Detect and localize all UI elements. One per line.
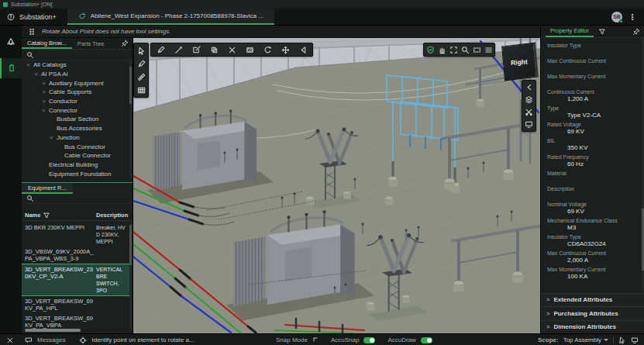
catalog-tree-item[interactable]: Electrical Building <box>22 160 130 170</box>
equipment-row[interactable]: 3D_VERT_BREAKSW_230KV_CP_V2-A VERTICAL B… <box>22 264 130 296</box>
move-icon[interactable] <box>277 44 294 55</box>
tab-catalog-browser[interactable]: Catalog Brow... <box>22 38 72 49</box>
window-icon[interactable] <box>471 44 482 55</box>
property-value[interactable] <box>567 80 639 87</box>
pattern-icon[interactable] <box>241 44 258 55</box>
delete-icon[interactable] <box>223 44 240 55</box>
catalog-search-input[interactable] <box>37 50 133 60</box>
pin-icon[interactable] <box>632 28 644 36</box>
select-icon[interactable] <box>135 44 147 57</box>
pan-icon[interactable] <box>436 44 447 55</box>
catalog-tree-item[interactable]: Auxiliary Equipment <box>22 78 130 88</box>
avatar[interactable]: SB <box>611 12 622 22</box>
catalog-tree-item[interactable]: Equipment Foundation <box>22 169 130 178</box>
catalog-tree-item[interactable]: AI PSA AI <box>22 70 130 79</box>
accudraw-toggle[interactable] <box>421 337 432 343</box>
property-value[interactable]: M3 <box>567 224 639 232</box>
mirror-icon[interactable] <box>294 44 312 55</box>
copy-icon[interactable] <box>205 44 222 55</box>
catalog-search <box>22 50 133 60</box>
tab-filter[interactable] <box>594 26 611 37</box>
equipment-row[interactable]: 3D_VBSW_69KV_2000A_PA_VBPA_WBS_3-9 <box>22 247 130 264</box>
tab-property-editor[interactable]: Property Editor <box>546 26 594 37</box>
rail-sync-icon[interactable] <box>0 32 22 52</box>
tree-scrollbar[interactable] <box>129 60 132 179</box>
sync-doc-icon <box>78 12 86 20</box>
property-value[interactable]: 60 Hz <box>567 160 639 168</box>
property-value[interactable] <box>567 192 639 199</box>
property-value[interactable]: 69 KV <box>567 208 639 216</box>
document-tab[interactable]: Abilene_West Expansion - Phase 2-1757008… <box>67 9 274 25</box>
layers-icon[interactable] <box>523 94 535 105</box>
zoom-icon[interactable] <box>460 44 470 55</box>
tool-close-icon[interactable] <box>6 336 14 344</box>
rail-device-icon[interactable] <box>0 58 22 78</box>
info-icon[interactable] <box>7 13 15 21</box>
grip-icon[interactable] <box>28 28 36 36</box>
modify-icon[interactable] <box>188 44 205 55</box>
equipment-search-input[interactable] <box>37 194 133 203</box>
pencil-icon[interactable] <box>135 57 147 70</box>
property-value[interactable]: 2,000 A <box>567 257 639 264</box>
line-icon[interactable] <box>170 44 187 55</box>
property-value[interactable] <box>567 64 639 71</box>
scope-pointer-icon[interactable] <box>618 336 626 344</box>
equipment-scrollbar[interactable] <box>129 222 132 329</box>
attributes-section[interactable]: Extended Attributes <box>541 293 644 307</box>
snap-mode-label[interactable]: Snap Mode <box>276 336 308 343</box>
catalog-tree-item[interactable]: All Catalogs <box>22 60 130 70</box>
catalog-tree-item[interactable]: Busbar Section <box>22 115 130 124</box>
pin-icon[interactable] <box>121 40 133 47</box>
tab-parts-tree[interactable]: Parts Tree <box>72 38 110 49</box>
property-value[interactable]: 69 KV <box>567 128 639 136</box>
messages-label[interactable]: Messages <box>37 336 65 343</box>
column-name[interactable]: Name <box>25 212 40 219</box>
accusnap-toggle[interactable] <box>363 337 375 343</box>
overflow-menu-icon[interactable] <box>629 13 636 21</box>
status-prompt: Identify point on element to rotate a... <box>91 336 194 343</box>
property-value[interactable]: 1,200 A <box>567 95 639 103</box>
catalog-tree-item[interactable]: Cable Connector <box>22 151 130 160</box>
3d-viewport[interactable]: Right <box>133 38 540 333</box>
equipment-row[interactable]: 3D BKR 230KV MEPPI Breaker, HV D 230KV, … <box>22 223 130 247</box>
property-value[interactable] <box>567 49 639 56</box>
display-icon[interactable] <box>523 119 535 130</box>
property-value[interactable] <box>567 177 639 184</box>
snap-mode-icon[interactable] <box>312 336 320 344</box>
catalog-tree-item[interactable]: Connector <box>22 105 130 115</box>
clip-icon[interactable] <box>523 106 535 118</box>
view-cube[interactable]: Right <box>501 42 539 81</box>
catalog-tree-item[interactable]: Bus Connector <box>22 142 130 151</box>
property-value[interactable]: CD6A032G24 <box>567 240 639 248</box>
pencil-icon[interactable] <box>152 44 169 55</box>
catalog-tree-item[interactable]: Bus Accessories <box>22 124 130 133</box>
undo-icon[interactable] <box>523 81 535 93</box>
filter-icon[interactable] <box>43 212 50 219</box>
tree-item-label: Connector <box>49 107 77 114</box>
equipment-hscrollbar[interactable] <box>23 329 124 332</box>
equipment-row[interactable]: 3D_VERT_BREAKSW_69KV_PA_HPL <box>22 296 130 313</box>
shield-icon[interactable] <box>425 44 436 55</box>
catalog-tree-item[interactable]: Junction <box>22 133 130 143</box>
messages-icon[interactable] <box>25 336 33 344</box>
fit-icon[interactable] <box>448 44 459 55</box>
property-value[interactable]: Type V2-CA <box>567 112 639 119</box>
attributes-section[interactable]: Dimension Attributes <box>541 320 644 334</box>
column-description[interactable]: Description <box>96 212 128 219</box>
tab-equipment[interactable]: Equipment R... <box>22 183 73 194</box>
property-value[interactable]: 100 KA <box>567 273 639 281</box>
rotate-icon[interactable] <box>259 44 276 55</box>
catalog-tree-item[interactable]: Conductor <box>22 97 130 106</box>
measure-icon[interactable] <box>135 71 147 83</box>
catalog-tree-item[interactable]: Cable Supports <box>22 88 130 97</box>
scope-display-icon[interactable] <box>631 336 639 344</box>
property-field: Material <box>547 170 639 184</box>
viewmenu-icon[interactable] <box>483 44 494 55</box>
app-menu-label[interactable]: Substation+ <box>19 13 57 21</box>
grid-icon[interactable] <box>135 84 147 96</box>
scope-select[interactable]: Top Assembly <box>563 336 608 343</box>
attributes-section[interactable]: Purchasing Attributes <box>541 306 644 320</box>
property-value[interactable]: 350 KV <box>567 144 639 152</box>
tree-expand-icon <box>33 71 39 77</box>
equipment-row[interactable]: 3D_VERT_BREAKSW_69KV_PA_VBPA <box>22 313 130 329</box>
